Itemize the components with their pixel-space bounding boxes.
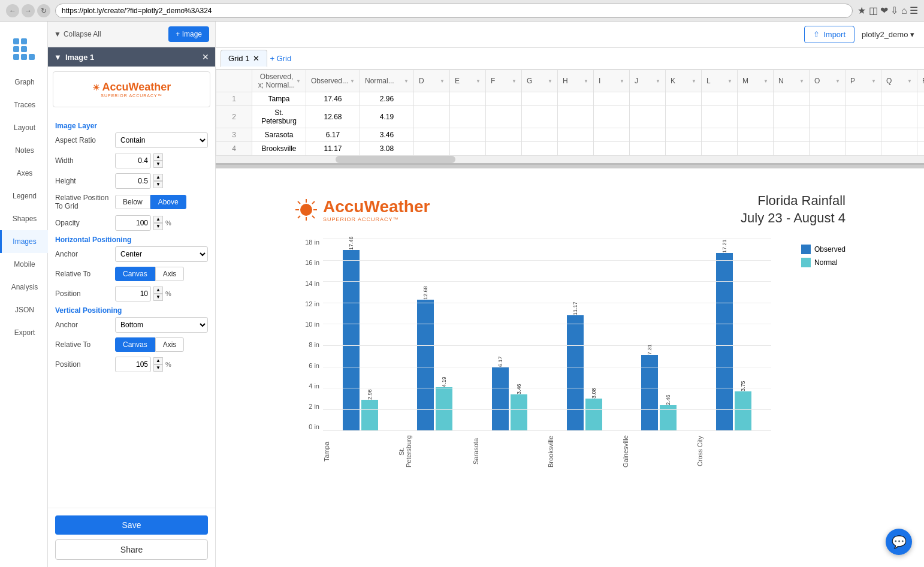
below-button[interactable]: Below <box>115 195 150 209</box>
h-axis-button[interactable]: Axis <box>155 267 185 281</box>
height-input[interactable] <box>115 173 151 189</box>
col-d-header[interactable]: D▼ <box>414 70 450 92</box>
col-i-header[interactable]: I▼ <box>594 70 630 92</box>
aspect-ratio-select[interactable]: Contain Fill Stretch <box>115 132 208 148</box>
grid-line <box>323 388 771 388</box>
row-num: 4 <box>216 142 252 156</box>
grid-line <box>323 303 771 303</box>
user-menu[interactable]: plotly2_demo ▾ <box>862 30 914 39</box>
refresh-button[interactable]: ↻ <box>37 4 50 17</box>
v-position-input[interactable] <box>115 357 151 372</box>
v-pos-up-button[interactable]: ▲ <box>153 357 163 364</box>
forward-button[interactable]: → <box>22 4 35 17</box>
width-up-button[interactable]: ▲ <box>153 153 163 161</box>
normal-color-swatch <box>801 258 811 267</box>
sidebar-item-layout[interactable]: Layout <box>0 116 48 139</box>
browser-nav[interactable]: ← → ↻ <box>6 4 50 17</box>
import-button[interactable]: ⇧ Import <box>804 26 854 43</box>
col-j-header[interactable]: J▼ <box>630 70 666 92</box>
v-pos-down-button[interactable]: ▼ <box>153 364 163 372</box>
col-o-header[interactable]: O▼ <box>810 70 846 92</box>
col-f-header[interactable]: F▼ <box>486 70 522 92</box>
sidebar-item-notes[interactable]: Notes <box>0 139 48 162</box>
v-anchor-select[interactable]: Bottom Top Middle <box>115 317 208 333</box>
horizontal-scrollbar[interactable] <box>216 156 924 163</box>
city-cell[interactable]: Tampa <box>252 92 306 106</box>
col-e-header[interactable]: E▼ <box>450 70 486 92</box>
opacity-input[interactable] <box>115 215 151 231</box>
col-k-header[interactable]: K▼ <box>666 70 702 92</box>
h-canvas-button[interactable]: Canvas <box>115 267 155 281</box>
sidebar-item-axes[interactable]: Axes <box>0 162 48 185</box>
city-cell[interactable]: St. Petersburg <box>252 106 306 128</box>
v-axis-button[interactable]: Axis <box>155 337 185 352</box>
city-cell[interactable]: Sarasota <box>252 128 306 142</box>
city-cell[interactable]: Brooksville <box>252 142 306 156</box>
opacity-down-button[interactable]: ▼ <box>153 223 163 230</box>
h-anchor-select[interactable]: Center Left Right <box>115 246 208 262</box>
col-g-header[interactable]: G▼ <box>522 70 558 92</box>
table-row: 1 Tampa 17.46 2.96 <box>216 92 925 106</box>
observed-cell[interactable]: 11.17 <box>306 142 360 156</box>
sidebar-item-legend[interactable]: Legend <box>0 185 48 207</box>
back-button[interactable]: ← <box>6 4 19 17</box>
svg-line-7 <box>312 201 315 204</box>
height-down-button[interactable]: ▼ <box>153 181 163 188</box>
observed-cell[interactable]: 6.17 <box>306 128 360 142</box>
observed-cell[interactable]: 17.46 <box>306 92 360 106</box>
sidebar-item-mobile[interactable]: Mobile <box>0 253 48 276</box>
height-up-button[interactable]: ▲ <box>153 174 163 181</box>
col-h-header[interactable]: H▼ <box>558 70 594 92</box>
h-position-input[interactable] <box>115 286 151 301</box>
chart-container: AccuWeather SUPERIOR ACCURACY™ Florida R… <box>282 180 857 484</box>
normal-cell[interactable]: 2.96 <box>360 92 414 106</box>
col-r-header[interactable]: R▼ <box>917 70 925 92</box>
sidebar-item-graph[interactable]: Graph <box>0 71 48 94</box>
sidebar-item-shapes[interactable]: Shapes <box>0 207 48 230</box>
width-input[interactable] <box>115 153 151 168</box>
v-canvas-button[interactable]: Canvas <box>115 337 155 352</box>
col-m-header[interactable]: M▼ <box>738 70 774 92</box>
x-label: St. Petersburg <box>398 430 473 472</box>
row-num: 1 <box>216 92 252 106</box>
col-b-header[interactable]: Observed...▼ <box>306 70 360 92</box>
observed-cell[interactable]: 12.68 <box>306 106 360 128</box>
above-button[interactable]: Above <box>150 195 186 209</box>
col-l-header[interactable]: L▼ <box>702 70 738 92</box>
sidebar-item-traces[interactable]: Traces <box>0 94 48 116</box>
x-label: Cross City <box>696 430 771 472</box>
table-row: 3 Sarasota 6.17 3.46 <box>216 128 925 142</box>
h-pos-up-button[interactable]: ▲ <box>153 286 163 294</box>
grid-tab-1[interactable]: Grid 1 ✕ <box>221 50 267 67</box>
close-image-button[interactable]: ✕ <box>202 52 209 62</box>
x-labels: TampaSt. PetersburgSarasotaBrooksvilleGa… <box>294 430 771 472</box>
collapse-all-button[interactable]: ▼ Collapse All <box>54 30 101 38</box>
share-button[interactable]: Share <box>55 539 208 560</box>
add-image-button[interactable]: + Image <box>168 26 209 42</box>
close-tab-icon[interactable]: ✕ <box>253 54 259 63</box>
x-label: Sarasota <box>472 430 547 472</box>
col-c-header[interactable]: Normal...▼ <box>360 70 414 92</box>
sidebar-item-json[interactable]: JSON <box>0 298 48 321</box>
chat-bubble[interactable]: 💬 <box>886 529 912 555</box>
normal-cell[interactable]: 4.19 <box>360 106 414 128</box>
col-q-header[interactable]: Q▼ <box>881 70 917 92</box>
col-p-header[interactable]: P▼ <box>846 70 881 92</box>
sidebar-item-analysis[interactable]: Analysis <box>0 276 48 298</box>
col-a-header[interactable]: Observed, x; Normal...▼ <box>252 70 306 92</box>
left-navigation: Graph Traces Layout Notes Axes Legend Sh… <box>0 71 48 344</box>
save-button[interactable]: Save <box>55 515 208 535</box>
normal-cell[interactable]: 3.46 <box>360 128 414 142</box>
sidebar-item-images[interactable]: Images <box>0 230 48 253</box>
x-label: Gainesville <box>622 430 697 472</box>
normal-cell[interactable]: 3.08 <box>360 142 414 156</box>
width-down-button[interactable]: ▼ <box>153 161 163 168</box>
url-bar[interactable] <box>55 4 853 18</box>
h-pos-down-button[interactable]: ▼ <box>153 294 163 301</box>
main-content: ⇧ Import plotly2_demo ▾ Grid 1 ✕ + Grid … <box>216 22 924 567</box>
opacity-up-button[interactable]: ▲ <box>153 216 163 223</box>
add-grid-button[interactable]: + Grid <box>270 54 291 63</box>
sidebar-item-export[interactable]: Export <box>0 321 48 344</box>
col-n-header[interactable]: N▼ <box>774 70 810 92</box>
y-axis: 18 in 16 in 14 in 12 in 10 in 8 in 6 in … <box>294 239 323 430</box>
